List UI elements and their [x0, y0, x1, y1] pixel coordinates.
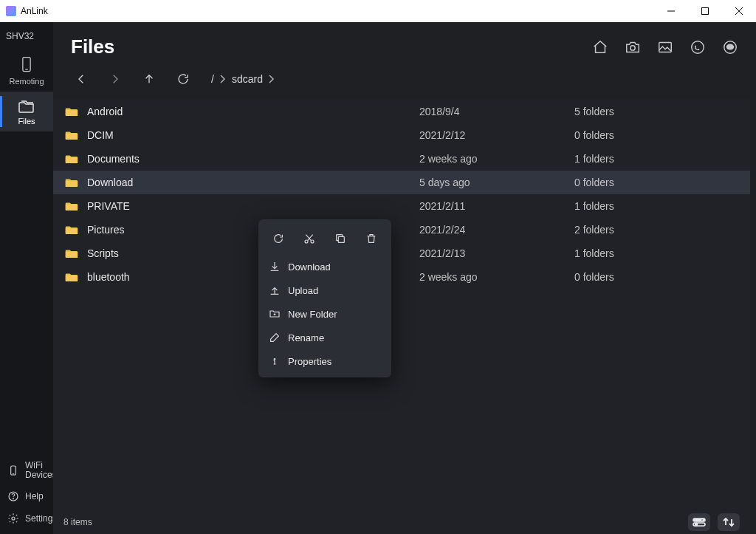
close-button[interactable]: [722, 0, 756, 22]
files-icon: [18, 99, 35, 114]
transfer-button[interactable]: [718, 513, 740, 531]
svg-point-13: [692, 41, 704, 53]
status-item-count: 8 items: [63, 517, 92, 527]
file-folder-count: 1 folders: [574, 247, 614, 259]
sidebar-help[interactable]: Help: [0, 485, 53, 507]
window-controls: [654, 0, 756, 22]
svg-point-11: [630, 45, 635, 49]
file-name: Download: [87, 177, 133, 188]
file-folder-count: 1 folders: [574, 200, 614, 212]
context-menu: Download Upload New Folder Rename: [258, 219, 391, 377]
context-upload[interactable]: Upload: [258, 278, 391, 302]
toggle-view-button[interactable]: [688, 513, 710, 531]
sidebar-item-label: Remoting: [9, 77, 44, 86]
file-folder-count: 1 folders: [574, 153, 614, 165]
context-new-folder[interactable]: New Folder: [258, 302, 391, 326]
line-icon[interactable]: [722, 39, 738, 55]
folder-icon: [65, 201, 78, 211]
context-download[interactable]: Download: [258, 255, 391, 278]
context-menu-label: New Folder: [288, 309, 337, 320]
file-folder-count: 5 folders: [574, 106, 614, 117]
file-name: DCIM: [87, 129, 114, 141]
file-date: 5 days ago: [419, 177, 574, 188]
statusbar: 8 items: [53, 510, 750, 534]
svg-point-21: [311, 240, 314, 243]
svg-rect-22: [338, 236, 344, 242]
file-name: Documents: [87, 153, 140, 165]
folder-icon: [65, 106, 78, 117]
forward-button[interactable]: [105, 69, 126, 89]
file-date: 2 weeks ago: [419, 153, 574, 165]
sidebar-wifi-devices[interactable]: WiFiDevices: [0, 456, 53, 485]
device-name: SHV32: [0, 27, 53, 49]
context-rename[interactable]: Rename: [258, 326, 391, 349]
up-button[interactable]: [139, 69, 159, 89]
camera-icon[interactable]: [625, 39, 641, 55]
svg-point-23: [274, 359, 275, 360]
file-row[interactable]: Scripts2021/2/131 folders: [53, 242, 750, 265]
folder-icon: [65, 177, 78, 188]
sidebar-bottom-label: Help: [25, 491, 44, 502]
file-row[interactable]: bluetooth2 weeks ago0 folders: [53, 265, 750, 289]
wifi-icon: [7, 465, 19, 476]
file-row[interactable]: Documents2 weeks ago1 folders: [53, 147, 750, 171]
refresh-button[interactable]: [173, 69, 193, 89]
back-button[interactable]: [71, 69, 92, 89]
file-folder-count: 0 folders: [574, 177, 614, 188]
breadcrumb-segment[interactable]: sdcard: [232, 73, 275, 85]
file-date: 2021/2/12: [419, 129, 574, 141]
breadcrumb-root[interactable]: /: [211, 73, 226, 85]
file-date: 2018/9/4: [419, 106, 574, 117]
sidebar-item-remoting[interactable]: Remoting: [0, 49, 53, 92]
context-menu-label: Rename: [288, 332, 324, 343]
file-name: Scripts: [87, 247, 119, 259]
context-menu-label: Properties: [288, 356, 331, 367]
gear-icon: [7, 513, 19, 524]
file-folder-count: 2 folders: [574, 224, 614, 236]
rename-icon: [269, 332, 281, 343]
info-icon: [269, 355, 281, 367]
main-panel: Files: [53, 22, 756, 534]
help-icon: [7, 490, 19, 502]
toolbar: / sdcard: [53, 64, 756, 100]
svg-rect-12: [659, 42, 672, 52]
breadcrumb: / sdcard: [211, 73, 275, 85]
folder-icon: [65, 225, 78, 235]
folder-icon: [65, 248, 78, 259]
file-name: bluetooth: [87, 271, 130, 283]
sidebar-bottom-label: Settings: [25, 513, 57, 524]
image-icon[interactable]: [657, 39, 673, 55]
context-cut-button[interactable]: [298, 228, 320, 249]
context-refresh-button[interactable]: [267, 228, 289, 249]
minimize-button[interactable]: [654, 0, 688, 22]
upload-icon: [269, 284, 281, 296]
context-copy-button[interactable]: [329, 228, 351, 249]
context-delete-button[interactable]: [360, 228, 382, 249]
file-row[interactable]: PRIVATE2021/2/111 folders: [53, 194, 750, 218]
sidebar-settings[interactable]: Settings: [0, 507, 53, 530]
context-menu-label: Upload: [288, 285, 318, 296]
context-properties[interactable]: Properties: [258, 349, 391, 373]
folder-icon: [65, 130, 78, 140]
home-icon[interactable]: [592, 39, 608, 55]
svg-point-10: [12, 517, 15, 520]
whatsapp-icon[interactable]: [690, 39, 706, 55]
download-icon: [269, 261, 281, 273]
file-row[interactable]: Pictures2021/2/242 folders: [53, 218, 750, 242]
file-panel: Android2018/9/45 foldersDCIM2021/2/120 f…: [53, 100, 750, 534]
file-row[interactable]: Android2018/9/45 folders: [53, 100, 750, 123]
sidebar-bottom-label: WiFiDevices: [25, 461, 57, 480]
svg-point-19: [695, 523, 697, 525]
file-row[interactable]: Download5 days ago0 folders: [53, 171, 750, 194]
maximize-button[interactable]: [688, 0, 722, 22]
file-list: Android2018/9/45 foldersDCIM2021/2/120 f…: [53, 100, 750, 510]
sidebar: SHV32 Remoting Files WiFiDevices: [0, 22, 53, 534]
new-folder-icon: [269, 308, 281, 320]
svg-rect-1: [702, 8, 709, 15]
file-name: PRIVATE: [87, 200, 130, 212]
sidebar-item-files[interactable]: Files: [0, 92, 53, 131]
page-title: Files: [71, 35, 114, 58]
file-row[interactable]: DCIM2021/2/120 folders: [53, 123, 750, 147]
svg-point-18: [701, 518, 703, 521]
folder-icon: [65, 154, 78, 164]
